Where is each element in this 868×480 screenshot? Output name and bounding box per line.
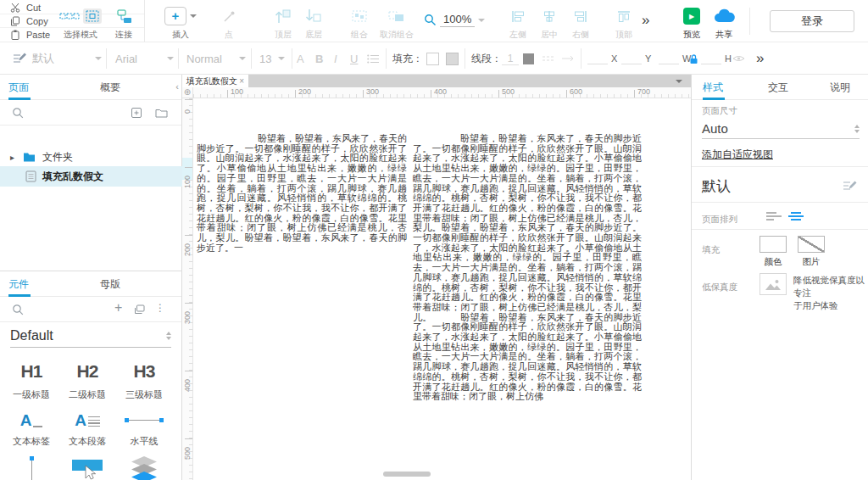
divider [465,48,465,69]
page-size-select[interactable]: Auto [702,119,860,139]
h-field[interactable]: H [701,42,737,75]
chevron-down-icon[interactable] [190,14,197,18]
x-field[interactable]: X [587,42,622,75]
widget-vertical-line[interactable] [3,456,59,480]
fill-opacity-swatch[interactable] [446,53,459,65]
copy-icon [10,16,20,26]
toolbar-overflow-icon[interactable]: » [642,12,649,29]
lowfi-desc-line1: 降低视觉保真度以专注 [793,274,868,299]
lock-ratio-icon[interactable] [689,42,698,75]
chevron-down-icon[interactable] [95,57,102,60]
close-icon[interactable]: × [239,76,244,86]
point-button: 点 [214,5,244,41]
share-button[interactable]: 共享 [709,5,739,41]
paste-label: Paste [26,30,50,40]
fill-color-swatch[interactable] [426,53,439,65]
insert-plus-icon[interactable]: + [164,7,186,25]
tab-interaction[interactable]: 交互 [768,81,788,95]
widget-horizontal-line[interactable]: 水平线 [116,410,172,448]
horizontal-ruler: 100 200 300 400 500 600 700 [193,87,691,98]
font-size-select[interactable]: 13 [259,42,271,75]
add-folder-icon[interactable] [155,109,168,118]
h2-glyph: H2 [59,361,115,382]
library-stack-icon[interactable] [134,304,145,315]
kebab-menu-icon[interactable]: ⋮ [155,302,165,314]
font-weight-select[interactable]: Normal [186,42,222,75]
select-mode-button[interactable]: 选择模式 [54,5,107,41]
divider [292,48,292,69]
widget-dynamic-panel[interactable] [116,456,172,480]
image-icon [764,278,782,291]
insert-button[interactable]: + 插入 [159,5,202,41]
expander-icon[interactable]: ▸ [10,153,14,162]
preview-play-icon: ▶ [683,8,700,25]
line-color-swatch[interactable] [523,53,534,64]
widget-h1[interactable]: H1 一级标题 [3,361,59,401]
widgets-tabs: 元件 母版 [0,271,181,297]
font-family-select[interactable]: Arial [115,42,137,75]
widget-h3[interactable]: H3 三级标题 [116,361,172,401]
library-select[interactable]: Default [10,324,171,348]
chevron-down-icon[interactable] [278,57,285,60]
page-align-center-icon[interactable] [788,212,804,220]
preview-button[interactable]: ▶ 预览 [676,5,707,41]
widget-hot-area[interactable] [59,458,115,480]
tab-notes[interactable]: 说明 [830,81,850,95]
divider [106,48,107,69]
insert-label: 插入 [159,29,202,41]
chevron-down-icon[interactable] [239,57,246,60]
ruler-origin-icon[interactable]: ⊕ [182,87,193,98]
edit-style-icon[interactable] [843,180,858,193]
login-button[interactable]: 登录 [770,10,854,32]
ruler-label: 200 [183,243,192,256]
y-field[interactable]: Y [621,42,656,75]
text-label-icon: A [20,411,32,430]
tab-widgets[interactable]: 元件 [8,277,29,292]
text-paragraph-widget[interactable]: 盼望着，盼望着，东风来了，春天的脚步近了。一切都像刚睡醒的样子，欣欣然张开了眼。… [413,134,642,402]
fill-color-swatch[interactable] [760,236,787,253]
zoom-control[interactable]: 100% [424,13,485,27]
visibility-eye-icon [732,42,745,75]
text-paragraph-widget[interactable]: 盼望着，盼望着，东风来了，春天的脚步近了。一切都像刚睡醒的样子，欣欣然张开了眼。… [197,134,407,253]
add-adaptive-view-link[interactable]: 添加自适应视图 [702,148,773,162]
chevron-down-icon[interactable] [478,19,485,22]
select-single-icon[interactable] [83,8,102,24]
chevron-up-down-icon [166,332,171,340]
canvas-tab[interactable]: 填充乱数假文 × [182,75,248,87]
collapse-panel-icon[interactable]: ‹ [175,81,179,92]
chevron-down-icon[interactable] [167,57,174,60]
tree-item-page[interactable]: 填充乱数假文 [0,166,182,187]
vertical-line-icon [28,456,36,480]
fill-image-swatch[interactable] [798,236,825,253]
search-icon[interactable] [12,304,24,315]
connect-button[interactable]: 连接 [108,5,139,41]
page-align-left-icon[interactable] [766,212,782,220]
style-edit-icon[interactable] [12,42,27,75]
add-library-icon[interactable]: + [114,300,122,315]
format-overflow-icon[interactable]: » [756,42,764,75]
canvas-area[interactable]: 填充乱数假文 × ⊕ 100 200 300 400 500 600 700 0… [182,75,691,480]
tab-outline[interactable]: 概要 [100,81,120,95]
send-to-back-icon [305,8,322,24]
ruler-label: 100 [183,176,192,188]
widget-label: 水平线 [116,435,172,448]
horizontal-scrollbar[interactable] [383,472,431,477]
zoom-value[interactable]: 100% [440,13,475,27]
add-page-icon[interactable] [131,108,142,118]
tab-masters[interactable]: 母版 [100,277,120,292]
top-layer-label: 顶层 [266,29,300,41]
lowfi-toggle[interactable] [760,273,787,295]
tab-style[interactable]: 样式 [703,81,723,95]
copy-label: Copy [26,16,48,26]
widget-style-select[interactable]: 默认 [32,42,54,75]
tab-list-icon[interactable] [676,80,682,83]
search-icon[interactable] [12,107,24,119]
divider [251,48,252,69]
widget-h2[interactable]: H2 二级标题 [59,361,115,401]
widget-text-label[interactable]: A 文本标签 [3,410,59,448]
tab-pages[interactable]: 页面 [8,81,29,95]
align-left-button: 左侧 [504,5,532,41]
tree-item-folder[interactable]: ▸ 文件夹 [0,148,182,166]
widget-text-paragraph[interactable]: A 文本段落 [59,410,115,448]
line-weight-input[interactable]: 1 [502,53,519,65]
